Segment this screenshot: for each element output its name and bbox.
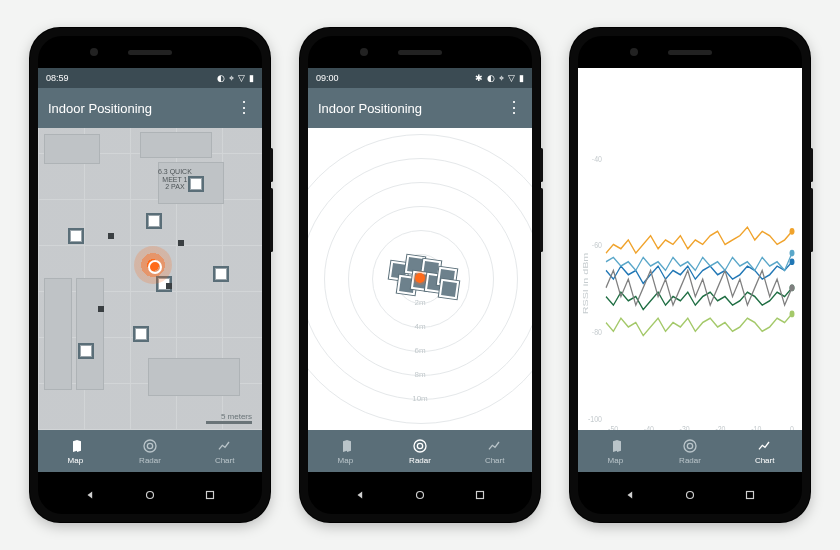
radar-view[interactable]: 2m4m6m8m10m: [308, 128, 532, 430]
svg-text:RSSI in dBm: RSSI in dBm: [580, 253, 589, 315]
map-node: [98, 306, 104, 312]
map-view[interactable]: 6.3 QUICK MEET 1 2 PAX 5 meters: [38, 128, 262, 430]
chart-series-endpoint: [790, 228, 795, 235]
android-nav-bar: [578, 480, 802, 510]
chart-series-endpoint: [790, 284, 795, 291]
nav-back-icon[interactable]: [624, 488, 638, 502]
map-icon: [67, 438, 83, 454]
chart-series-endpoint: [790, 311, 795, 318]
chart-view[interactable]: -40-60-80-100-50-40-30-20-100Time in sec…: [578, 68, 802, 472]
map-beacon[interactable]: [213, 266, 229, 282]
chart-series-line: [606, 253, 792, 270]
tab-chart-label: Chart: [215, 456, 235, 465]
brightness-icon: ◐: [217, 73, 225, 83]
svg-point-22: [687, 492, 694, 499]
svg-point-5: [417, 443, 422, 448]
status-time: 08:59: [46, 73, 69, 83]
status-icons: ◐⌖▽▮: [217, 73, 254, 84]
nav-recent-icon[interactable]: [203, 488, 217, 502]
nav-recent-icon[interactable]: [743, 488, 757, 502]
chart-series-endpoint: [790, 250, 795, 257]
svg-rect-23: [746, 492, 753, 499]
android-nav-bar: [308, 480, 532, 510]
nav-home-icon[interactable]: [143, 488, 157, 502]
nav-back-icon[interactable]: [84, 488, 98, 502]
tab-chart[interactable]: Chart: [187, 430, 262, 472]
tab-map-label: Map: [68, 456, 84, 465]
svg-rect-3: [206, 492, 213, 499]
tab-radar-label: Radar: [409, 456, 431, 465]
svg-point-20: [684, 440, 696, 452]
status-bar: 08:59 ◐⌖▽▮: [38, 68, 262, 88]
battery-icon: ▮: [249, 73, 254, 83]
map-icon: [337, 438, 353, 454]
status-time: 09:00: [316, 73, 339, 83]
tab-radar[interactable]: Radar: [113, 430, 188, 472]
overflow-menu-icon[interactable]: ⋮: [506, 100, 522, 116]
status-icons: ✱◐⌖▽▮: [475, 73, 524, 84]
tab-radar[interactable]: Radar: [653, 430, 728, 472]
tab-chart-label: Chart: [755, 456, 775, 465]
map-node: [166, 283, 172, 289]
tab-chart-label: Chart: [485, 456, 505, 465]
signal-icon: ▽: [238, 73, 245, 83]
location-icon: ⌖: [229, 73, 234, 84]
app-bar: Indoor Positioning ⋮: [38, 88, 262, 128]
app-title: Indoor Positioning: [48, 101, 152, 116]
app-title: Indoor Positioning: [318, 101, 422, 116]
svg-point-2: [147, 492, 154, 499]
svg-text:-80: -80: [592, 326, 602, 337]
android-nav-bar: [38, 480, 262, 510]
svg-text:-60: -60: [592, 239, 602, 250]
tab-map-label: Map: [608, 456, 624, 465]
svg-point-6: [417, 492, 424, 499]
map-beacon[interactable]: [133, 326, 149, 342]
tab-chart[interactable]: Chart: [457, 430, 532, 472]
tab-map[interactable]: Map: [578, 430, 653, 472]
chart-series-line: [606, 227, 792, 253]
tab-chart[interactable]: Chart: [727, 430, 802, 472]
chart-icon: [487, 438, 503, 454]
radar-icon: [142, 438, 158, 454]
tab-radar-label: Radar: [139, 456, 161, 465]
svg-point-4: [414, 440, 426, 452]
nav-back-icon[interactable]: [354, 488, 368, 502]
svg-rect-7: [476, 492, 483, 499]
map-beacon[interactable]: [78, 343, 94, 359]
nav-recent-icon[interactable]: [473, 488, 487, 502]
map-icon: [607, 438, 623, 454]
radar-user-marker: [415, 273, 425, 283]
overflow-menu-icon[interactable]: ⋮: [236, 100, 252, 116]
map-scale: 5 meters: [206, 412, 252, 424]
radar-icon: [412, 438, 428, 454]
chart-series-endpoint: [790, 258, 795, 265]
map-beacon[interactable]: [68, 228, 84, 244]
chart-icon: [757, 438, 773, 454]
bottom-tabs: Map Radar Chart: [308, 430, 532, 472]
bottom-tabs: Map Radar Chart: [578, 430, 802, 472]
radar-beacon[interactable]: [439, 279, 459, 299]
status-bar: 09:00 ✱◐⌖▽▮: [308, 68, 532, 88]
map-beacon[interactable]: [146, 213, 162, 229]
tab-radar-label: Radar: [679, 456, 701, 465]
tab-map[interactable]: Map: [308, 430, 383, 472]
svg-text:-100: -100: [588, 413, 602, 424]
nav-home-icon[interactable]: [413, 488, 427, 502]
map-room-label: 6.3 QUICK MEET 1 2 PAX: [158, 168, 192, 191]
svg-point-21: [687, 443, 692, 448]
svg-point-1: [147, 443, 152, 448]
map-beacon[interactable]: [188, 176, 204, 192]
map-node: [178, 240, 184, 246]
map-node: [108, 233, 114, 239]
chart-icon: [217, 438, 233, 454]
chart-series-line: [606, 314, 792, 336]
bottom-tabs: Map Radar Chart: [38, 430, 262, 472]
app-bar: Indoor Positioning ⋮: [308, 88, 532, 128]
tab-map-label: Map: [338, 456, 354, 465]
svg-text:-40: -40: [592, 152, 602, 163]
radar-icon: [682, 438, 698, 454]
svg-point-0: [144, 440, 156, 452]
tab-radar[interactable]: Radar: [383, 430, 458, 472]
nav-home-icon[interactable]: [683, 488, 697, 502]
tab-map[interactable]: Map: [38, 430, 113, 472]
